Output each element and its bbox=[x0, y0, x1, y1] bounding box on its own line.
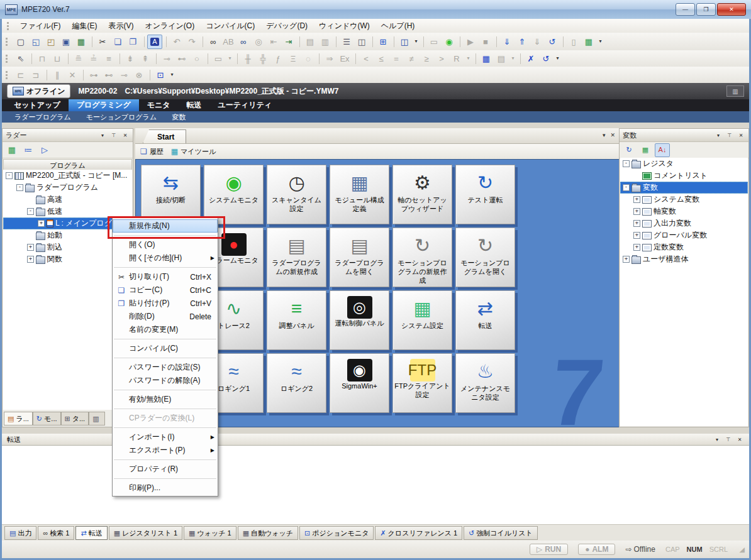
menu-edit[interactable]: 編集(E) bbox=[66, 19, 103, 33]
tile-ftp-client[interactable]: FTP FTPクライアント設定 bbox=[392, 353, 452, 413]
menu-password-set[interactable]: パスワードの設定(S) bbox=[113, 361, 218, 374]
tree-item-system-variable[interactable]: + システム変数 bbox=[620, 194, 748, 206]
register-list-tab[interactable]: ▦ レジスタリスト 1 bbox=[109, 526, 182, 540]
tile-connect[interactable]: ⇆ 接続/切断 bbox=[141, 165, 201, 224]
doc-tab-menu-button[interactable]: ▾ bbox=[603, 132, 606, 138]
tile-module-config[interactable]: ▦ モジュール構成定義 bbox=[330, 165, 389, 224]
position-monitor-tab[interactable]: ⊡ ポジションモニタ bbox=[299, 526, 374, 540]
register-map-button[interactable]: ▦ bbox=[5, 144, 19, 156]
tree-expander-icon[interactable]: + bbox=[633, 220, 640, 227]
paste-button[interactable]: ❐ bbox=[126, 35, 140, 48]
search-tab[interactable]: ∞ 検索 1 bbox=[38, 526, 74, 540]
menu-copy[interactable]: ❏ コピー(C) Ctrl+C bbox=[113, 283, 218, 297]
subnav-motion-program[interactable]: モーションプログラム bbox=[79, 113, 164, 122]
panel-pin-button[interactable]: ⊤ bbox=[724, 436, 733, 444]
panel-menu-button[interactable]: ▾ bbox=[714, 131, 723, 140]
tree-expander-icon[interactable]: + bbox=[633, 244, 640, 251]
tree-item-variable[interactable]: - 変数 bbox=[620, 182, 748, 194]
history-button[interactable]: ❏ 履歴 bbox=[140, 147, 164, 156]
menu-new[interactable]: 新規作成(N) bbox=[113, 219, 218, 233]
menu-delete[interactable]: 削除(D) Delete bbox=[113, 310, 218, 323]
close-button[interactable]: ✕ bbox=[717, 3, 746, 16]
tree-expander-icon[interactable]: - bbox=[6, 172, 13, 179]
open-file-button[interactable]: ◱ bbox=[29, 35, 43, 48]
tile-operation-panel[interactable]: ◎ 運転制御パネル bbox=[330, 290, 389, 350]
open-project-button[interactable]: ◰ bbox=[44, 35, 58, 48]
minimize-button[interactable]: — bbox=[676, 3, 695, 16]
io-watch-button[interactable]: ≔ bbox=[21, 144, 35, 156]
panel-close-button[interactable]: ✕ bbox=[121, 131, 130, 140]
tree-item-comment-list[interactable]: コメントリスト bbox=[620, 170, 748, 182]
find-button[interactable]: ∞ bbox=[206, 35, 220, 48]
menu-open[interactable]: 開く(O) bbox=[113, 238, 218, 251]
refresh-button[interactable]: ↻ bbox=[622, 144, 636, 156]
tree-item-ladder-program[interactable]: - ラダープログラム bbox=[3, 182, 132, 194]
tree-expander-icon[interactable]: + bbox=[633, 196, 640, 203]
menu-cut[interactable]: ✂ 切り取り(T) Ctrl+X bbox=[113, 270, 218, 283]
panel-menu-button[interactable]: ▾ bbox=[98, 131, 107, 140]
module-config-button[interactable]: ⊞ bbox=[376, 35, 390, 48]
menu-password-clear[interactable]: パスワードの解除(A) bbox=[113, 374, 218, 387]
split-horizontal-button[interactable]: ☰ bbox=[340, 35, 353, 48]
menu-open-other[interactable]: 開く[その他](H) ▶ bbox=[113, 251, 218, 265]
tile-ladder-new[interactable]: ▤ ラダープログラムの新規作成 bbox=[267, 228, 326, 287]
panel-pin-button[interactable]: ⊤ bbox=[725, 131, 734, 140]
menu-enable-disable[interactable]: 有効/無効(E) bbox=[113, 393, 218, 406]
tree-item-constant-variable[interactable]: + 定数変数 bbox=[620, 241, 748, 253]
jump-next-button[interactable]: ⇥ bbox=[282, 35, 296, 48]
transfer-undo-button[interactable]: ↺ bbox=[545, 35, 559, 48]
subnav-ladder-program[interactable]: ラダープログラム bbox=[7, 113, 79, 122]
menu-window[interactable]: ウィンドウ(W) bbox=[313, 19, 376, 33]
tree-expander-icon[interactable]: + bbox=[633, 232, 640, 239]
menu-export[interactable]: エクスポート(P) ▶ bbox=[113, 444, 218, 457]
tile-axis-setup-wizard[interactable]: ⚙ 軸のセットアップウィザード bbox=[392, 165, 452, 224]
cut-button[interactable]: ✂ bbox=[96, 35, 109, 48]
tile-test-run[interactable]: ↻ テスト運転 bbox=[455, 165, 515, 224]
menu-paste[interactable]: ❐ 貼り付け(P) Ctrl+V bbox=[113, 297, 218, 310]
watch-tab[interactable]: ▦ ウォッチ 1 bbox=[184, 526, 236, 540]
menu-properties[interactable]: プロパティ(R) bbox=[113, 463, 218, 476]
write-to-controller-button[interactable]: ⇓ bbox=[500, 35, 514, 48]
system-tab[interactable]: ▥ bbox=[89, 412, 104, 425]
output-tab[interactable]: ▤ 出力 bbox=[4, 526, 36, 540]
online-button[interactable]: ◉ bbox=[442, 35, 456, 48]
new-file-button[interactable]: ▢ bbox=[14, 35, 28, 48]
engineering-manager-dropdown[interactable]: ▾ bbox=[413, 35, 420, 48]
menu-import[interactable]: インポート(I) ▶ bbox=[113, 431, 218, 444]
tile-transfer[interactable]: ⇄ 転送 bbox=[455, 290, 515, 350]
tree-expander-icon[interactable]: + bbox=[27, 244, 34, 251]
menu-online[interactable]: オンライン(O) bbox=[139, 19, 200, 33]
menu-view[interactable]: 表示(V) bbox=[103, 19, 139, 33]
mytools-button[interactable]: ▦ マイツール bbox=[171, 147, 216, 156]
tile-logging2[interactable]: ≈ ロギング2 bbox=[267, 353, 326, 413]
tab-utility[interactable]: ユーティリティ bbox=[210, 99, 281, 111]
panel-menu-button[interactable]: ▾ bbox=[713, 436, 721, 444]
tile-ladder-open[interactable]: ▤ ラダープログラムを開く bbox=[330, 228, 389, 287]
panel-close-button[interactable]: ✕ bbox=[735, 436, 744, 444]
menu-debug[interactable]: デバッグ(D) bbox=[260, 19, 313, 33]
tree-expander-icon[interactable]: + bbox=[623, 256, 630, 263]
tree-expander-icon[interactable]: - bbox=[623, 184, 630, 191]
panel-pin-button[interactable]: ⊤ bbox=[109, 131, 118, 140]
offline-button[interactable]: MPE オフライン bbox=[7, 84, 70, 98]
save-button[interactable]: ▣ bbox=[59, 35, 73, 48]
tree-item-high-speed[interactable]: 高速 bbox=[3, 194, 132, 206]
tab-transfer[interactable]: 転送 bbox=[179, 99, 210, 111]
tree-expander-icon[interactable]: + bbox=[38, 220, 45, 227]
tree-item-register[interactable]: - レジスタ bbox=[620, 158, 748, 170]
tile-motion-new[interactable]: ↻ モーションプログラムの新規作成 bbox=[392, 228, 452, 287]
position-monitor-button[interactable]: ⊡ bbox=[153, 69, 167, 82]
select-mode-button[interactable]: ⇖ bbox=[14, 52, 28, 65]
menu-compile[interactable]: コンパイル(C) bbox=[113, 342, 218, 355]
tile-maintenance-monitor[interactable]: ♨ メンテナンスモニタ設定 bbox=[455, 353, 515, 413]
tree-item-axis-variable[interactable]: + 軸変数 bbox=[620, 206, 748, 217]
ladder-tab[interactable]: ▤ ラ... bbox=[4, 412, 33, 425]
sort-az-button[interactable]: A↓ bbox=[655, 143, 670, 157]
task-tab[interactable]: ⊞ タ... bbox=[61, 412, 89, 425]
tree-item-user-structure[interactable]: + ユーザ構造体 bbox=[620, 253, 748, 265]
tree-item-io-variable[interactable]: + 入出力変数 bbox=[620, 217, 748, 229]
subnav-variable[interactable]: 変数 bbox=[164, 113, 193, 122]
menu-print[interactable]: 印刷(P)... bbox=[113, 481, 218, 495]
monitor-dropdown[interactable]: ▾ bbox=[554, 52, 561, 65]
menu-rename[interactable]: 名前の変更(M) bbox=[113, 323, 218, 336]
